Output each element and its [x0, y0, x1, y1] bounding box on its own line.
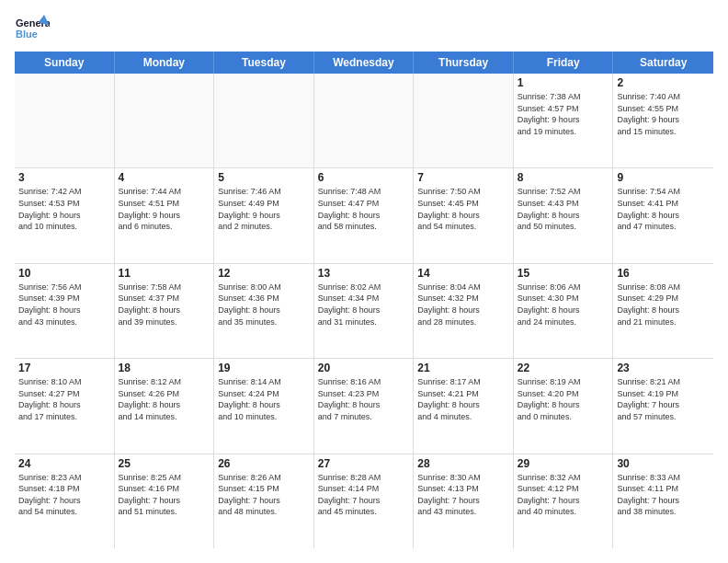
day-info: Sunrise: 8:16 AM Sunset: 4:23 PM Dayligh…	[318, 376, 410, 422]
header-day-thursday: Thursday	[414, 52, 514, 74]
day-number: 1	[518, 76, 609, 89]
day-info: Sunrise: 8:25 AM Sunset: 4:16 PM Dayligh…	[119, 472, 210, 518]
header-day-saturday: Saturday	[613, 52, 713, 74]
day-number: 12	[218, 267, 310, 280]
logo-svg: General Blue	[15, 15, 50, 42]
calendar-day-10: 10Sunrise: 7:56 AM Sunset: 4:39 PM Dayli…	[15, 264, 115, 358]
day-info: Sunrise: 7:38 AM Sunset: 4:57 PM Dayligh…	[518, 91, 609, 137]
calendar-day-15: 15Sunrise: 8:06 AM Sunset: 4:30 PM Dayli…	[514, 264, 614, 358]
logo: General Blue	[15, 15, 50, 42]
calendar-day-24: 24Sunrise: 8:23 AM Sunset: 4:18 PM Dayli…	[15, 454, 115, 548]
day-number: 29	[518, 457, 609, 470]
calendar-empty	[115, 74, 215, 167]
day-number: 16	[617, 267, 710, 280]
day-info: Sunrise: 8:02 AM Sunset: 4:34 PM Dayligh…	[318, 282, 410, 327]
day-number: 3	[18, 171, 110, 184]
day-number: 4	[119, 171, 210, 184]
calendar-day-23: 23Sunrise: 8:21 AM Sunset: 4:19 PM Dayli…	[613, 359, 713, 453]
calendar-day-21: 21Sunrise: 8:17 AM Sunset: 4:21 PM Dayli…	[414, 359, 514, 453]
day-info: Sunrise: 7:50 AM Sunset: 4:45 PM Dayligh…	[417, 186, 509, 232]
day-number: 23	[617, 362, 710, 374]
calendar-day-5: 5Sunrise: 7:46 AM Sunset: 4:49 PM Daylig…	[214, 168, 314, 262]
day-info: Sunrise: 7:48 AM Sunset: 4:47 PM Dayligh…	[318, 186, 410, 232]
calendar-day-30: 30Sunrise: 8:33 AM Sunset: 4:11 PM Dayli…	[613, 454, 713, 548]
header-day-tuesday: Tuesday	[214, 52, 314, 74]
calendar-day-7: 7Sunrise: 7:50 AM Sunset: 4:45 PM Daylig…	[414, 168, 514, 262]
day-number: 28	[417, 457, 509, 470]
day-number: 21	[417, 362, 509, 374]
calendar-day-26: 26Sunrise: 8:26 AM Sunset: 4:15 PM Dayli…	[214, 454, 314, 548]
day-info: Sunrise: 7:56 AM Sunset: 4:39 PM Dayligh…	[18, 282, 110, 327]
day-number: 7	[417, 171, 509, 184]
day-info: Sunrise: 8:10 AM Sunset: 4:27 PM Dayligh…	[18, 376, 110, 422]
day-number: 6	[318, 171, 410, 184]
calendar-day-28: 28Sunrise: 8:30 AM Sunset: 4:13 PM Dayli…	[414, 454, 514, 548]
calendar-empty	[414, 74, 514, 167]
svg-text:Blue: Blue	[16, 29, 38, 40]
calendar-day-29: 29Sunrise: 8:32 AM Sunset: 4:12 PM Dayli…	[514, 454, 614, 548]
day-info: Sunrise: 8:14 AM Sunset: 4:24 PM Dayligh…	[218, 376, 310, 422]
page: General Blue SundayMondayTuesdayWednesda…	[0, 0, 728, 563]
day-info: Sunrise: 8:30 AM Sunset: 4:13 PM Dayligh…	[417, 472, 509, 518]
day-number: 27	[318, 457, 410, 470]
day-info: Sunrise: 7:58 AM Sunset: 4:37 PM Dayligh…	[119, 282, 210, 327]
day-number: 18	[119, 362, 210, 374]
day-info: Sunrise: 8:23 AM Sunset: 4:18 PM Dayligh…	[18, 472, 110, 518]
header: General Blue	[15, 15, 713, 42]
day-number: 2	[617, 76, 710, 89]
day-info: Sunrise: 8:26 AM Sunset: 4:15 PM Dayligh…	[218, 472, 310, 518]
day-info: Sunrise: 7:52 AM Sunset: 4:43 PM Dayligh…	[518, 186, 609, 232]
calendar-day-2: 2Sunrise: 7:40 AM Sunset: 4:55 PM Daylig…	[613, 74, 713, 167]
calendar-day-12: 12Sunrise: 8:00 AM Sunset: 4:36 PM Dayli…	[214, 264, 314, 358]
day-number: 13	[318, 267, 410, 280]
calendar-week-1: 1Sunrise: 7:38 AM Sunset: 4:57 PM Daylig…	[15, 74, 713, 168]
calendar-empty	[314, 74, 415, 167]
day-info: Sunrise: 7:44 AM Sunset: 4:51 PM Dayligh…	[119, 186, 210, 232]
calendar-day-20: 20Sunrise: 8:16 AM Sunset: 4:23 PM Dayli…	[314, 359, 415, 453]
day-number: 24	[18, 457, 110, 470]
day-number: 9	[617, 171, 710, 184]
header-day-sunday: Sunday	[15, 52, 115, 74]
day-info: Sunrise: 8:32 AM Sunset: 4:12 PM Dayligh…	[518, 472, 609, 518]
calendar: SundayMondayTuesdayWednesdayThursdayFrid…	[15, 52, 713, 548]
calendar-day-17: 17Sunrise: 8:10 AM Sunset: 4:27 PM Dayli…	[15, 359, 115, 453]
calendar-week-2: 3Sunrise: 7:42 AM Sunset: 4:53 PM Daylig…	[15, 168, 713, 263]
day-info: Sunrise: 8:28 AM Sunset: 4:14 PM Dayligh…	[318, 472, 410, 518]
calendar-week-3: 10Sunrise: 7:56 AM Sunset: 4:39 PM Dayli…	[15, 264, 713, 359]
day-info: Sunrise: 8:06 AM Sunset: 4:30 PM Dayligh…	[518, 282, 609, 327]
calendar-empty	[15, 74, 115, 167]
calendar-header: SundayMondayTuesdayWednesdayThursdayFrid…	[15, 52, 713, 74]
day-info: Sunrise: 8:33 AM Sunset: 4:11 PM Dayligh…	[617, 472, 710, 518]
calendar-day-6: 6Sunrise: 7:48 AM Sunset: 4:47 PM Daylig…	[314, 168, 415, 262]
calendar-day-13: 13Sunrise: 8:02 AM Sunset: 4:34 PM Dayli…	[314, 264, 415, 358]
calendar-empty	[214, 74, 314, 167]
day-number: 25	[119, 457, 210, 470]
day-number: 8	[518, 171, 609, 184]
day-number: 5	[218, 171, 310, 184]
calendar-day-9: 9Sunrise: 7:54 AM Sunset: 4:41 PM Daylig…	[613, 168, 713, 262]
calendar-day-16: 16Sunrise: 8:08 AM Sunset: 4:29 PM Dayli…	[613, 264, 713, 358]
header-day-wednesday: Wednesday	[314, 52, 415, 74]
calendar-week-5: 24Sunrise: 8:23 AM Sunset: 4:18 PM Dayli…	[15, 454, 713, 548]
day-info: Sunrise: 8:17 AM Sunset: 4:21 PM Dayligh…	[417, 376, 509, 422]
day-number: 15	[518, 267, 609, 280]
day-number: 20	[318, 362, 410, 374]
day-number: 22	[518, 362, 609, 374]
day-info: Sunrise: 8:19 AM Sunset: 4:20 PM Dayligh…	[518, 376, 609, 422]
calendar-day-27: 27Sunrise: 8:28 AM Sunset: 4:14 PM Dayli…	[314, 454, 415, 548]
calendar-day-14: 14Sunrise: 8:04 AM Sunset: 4:32 PM Dayli…	[414, 264, 514, 358]
day-number: 19	[218, 362, 310, 374]
day-info: Sunrise: 8:04 AM Sunset: 4:32 PM Dayligh…	[417, 282, 509, 327]
calendar-day-19: 19Sunrise: 8:14 AM Sunset: 4:24 PM Dayli…	[214, 359, 314, 453]
day-number: 11	[119, 267, 210, 280]
day-info: Sunrise: 8:00 AM Sunset: 4:36 PM Dayligh…	[218, 282, 310, 327]
day-info: Sunrise: 8:12 AM Sunset: 4:26 PM Dayligh…	[119, 376, 210, 422]
day-info: Sunrise: 7:46 AM Sunset: 4:49 PM Dayligh…	[218, 186, 310, 232]
day-info: Sunrise: 7:42 AM Sunset: 4:53 PM Dayligh…	[18, 186, 110, 232]
day-info: Sunrise: 7:40 AM Sunset: 4:55 PM Dayligh…	[617, 91, 710, 137]
day-number: 10	[18, 267, 110, 280]
calendar-day-18: 18Sunrise: 8:12 AM Sunset: 4:26 PM Dayli…	[115, 359, 215, 453]
day-number: 14	[417, 267, 509, 280]
calendar-day-22: 22Sunrise: 8:19 AM Sunset: 4:20 PM Dayli…	[514, 359, 614, 453]
calendar-day-8: 8Sunrise: 7:52 AM Sunset: 4:43 PM Daylig…	[514, 168, 614, 262]
